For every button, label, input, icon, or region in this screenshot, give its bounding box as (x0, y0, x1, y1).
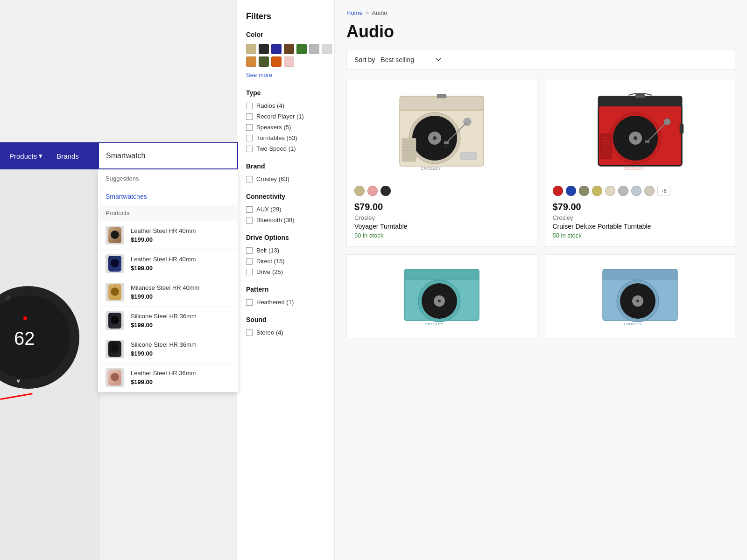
color-swatch-lightgray[interactable] (322, 44, 332, 54)
color-swatch-orange[interactable] (246, 56, 256, 67)
watch-red-indicator (23, 316, 27, 320)
filter-bluetooth[interactable]: Bluetooth (38) (246, 217, 325, 224)
filter-two-speed[interactable]: Two Speed (1) (246, 145, 325, 152)
search-container (98, 142, 238, 169)
product-thumb-5 (106, 340, 124, 358)
filter-direct[interactable]: Direct (15) (246, 258, 325, 265)
filter-aux-label: AUX (29) (256, 206, 281, 213)
svg-rect-13 (444, 141, 449, 144)
product-thumb-4 (106, 311, 124, 330)
color-swatch-olive[interactable] (259, 56, 269, 67)
list-item[interactable]: Leather Steel HR 40mm $199.00 (98, 221, 238, 250)
color-variant-lightblue[interactable] (631, 186, 641, 196)
color-swatch-black[interactable] (259, 44, 269, 54)
color-swatch-green[interactable] (296, 44, 307, 54)
color-variant-pink[interactable] (367, 186, 378, 196)
filter-radios[interactable]: Radios (4) (246, 102, 325, 109)
color-variant-olive[interactable] (579, 186, 589, 196)
checkbox-bluetooth[interactable] (246, 217, 253, 224)
product-name-voyager: Voyager Turntable (354, 223, 529, 230)
product-card-blue[interactable]: CROSLEY (545, 254, 736, 338)
checkbox-direct[interactable] (246, 258, 253, 265)
filter-crosley[interactable]: Crosley (63) (246, 175, 325, 182)
svg-rect-37 (645, 140, 649, 143)
filter-heathered[interactable]: Heathered (1) (246, 299, 325, 306)
sound-filter-title: Sound (246, 316, 325, 323)
filter-stereo[interactable]: Stereo (4) (246, 329, 325, 336)
color-swatch-brown[interactable] (284, 44, 294, 54)
color-plus-badge[interactable]: +8 (657, 186, 670, 196)
brand-filter-section: Brand Crosley (63) (246, 162, 325, 182)
nav-brands[interactable]: Brands (56, 152, 79, 160)
product-stock-voyager: 50 in stock (354, 232, 529, 239)
checkbox-speakers[interactable] (246, 124, 253, 131)
color-variant-red[interactable] (553, 186, 563, 196)
breadcrumb-home[interactable]: Home (346, 9, 363, 16)
filter-belt-label: Belt (13) (256, 247, 279, 254)
color-variant-black[interactable] (381, 186, 391, 196)
suggestion-smartwatches[interactable]: Smartwatches (98, 188, 238, 205)
color-variant-gold[interactable] (592, 186, 602, 196)
color-swatch-blue[interactable] (271, 44, 282, 54)
filter-record-player[interactable]: Record Player (1) (246, 113, 325, 120)
products-grid: CROSLEY $79.00 Crosley Voyager Turntable… (346, 79, 735, 338)
filter-drive[interactable]: Drive (25) (246, 268, 325, 275)
color-variant-silver[interactable] (618, 186, 628, 196)
svg-rect-15 (460, 152, 477, 160)
checkbox-stereo[interactable] (246, 329, 253, 336)
checkbox-drive[interactable] (246, 269, 253, 275)
list-item[interactable]: Milanese Steel HR 40mm $199.00 (98, 278, 238, 307)
checkbox-crosley[interactable] (246, 176, 253, 182)
product-thumb-3 (106, 283, 124, 301)
checkbox-heathered[interactable] (246, 299, 253, 306)
list-item[interactable]: Silicone Steel HR 36mm $199.00 (98, 335, 238, 364)
svg-point-10 (433, 136, 437, 140)
color-swatch-tan[interactable] (246, 44, 256, 54)
turntable-svg-blue: CROSLEY (600, 265, 680, 330)
product-name-2: Leather Steel HR 40mm (131, 256, 231, 264)
list-item[interactable]: Leather Steel HR 40mm $199.00 (98, 250, 238, 278)
filter-record-player-label: Record Player (1) (256, 113, 304, 120)
filter-speakers[interactable]: Speakers (5) (246, 124, 325, 131)
filter-stereo-label: Stereo (4) (256, 329, 283, 336)
color-variant-tan2[interactable] (644, 186, 655, 196)
product-card-cruiser[interactable]: CROSLEY +8 $79.00 Cros (545, 79, 736, 247)
turntable-svg-beige: CROSLEY (395, 91, 488, 175)
filter-aux[interactable]: AUX (29) (246, 206, 325, 213)
svg-text:CROSLEY: CROSLEY (425, 322, 444, 326)
sort-select[interactable]: Best selling Price: Low to High Price: H… (381, 56, 443, 63)
search-input[interactable] (106, 152, 230, 160)
color-variant-blue[interactable] (566, 186, 576, 196)
checkbox-two-speed[interactable] (246, 146, 253, 152)
svg-point-34 (634, 136, 637, 140)
list-item[interactable]: Leather Steel HR 36mm $199.00 (98, 364, 238, 392)
checkbox-radios[interactable] (246, 103, 253, 109)
product-card-teal[interactable]: CROSLEY (346, 254, 537, 338)
filter-turntables[interactable]: Turntables (53) (246, 134, 325, 141)
list-item[interactable]: Silicone Steel HR 36mm $199.00 (98, 307, 238, 335)
pattern-filter-section: Pattern Heathered (1) (246, 286, 325, 306)
checkbox-turntables[interactable] (246, 135, 253, 141)
color-swatch-gray[interactable] (309, 44, 319, 54)
see-more-link[interactable]: See more (246, 71, 272, 78)
product-price-1: $199.00 (131, 236, 231, 243)
color-filter-title: Color (246, 31, 325, 38)
checkbox-record-player[interactable] (246, 113, 253, 120)
color-variant-cream[interactable] (605, 186, 615, 196)
filter-belt[interactable]: Belt (13) (246, 247, 325, 254)
filter-turntables-label: Turntables (53) (256, 134, 297, 141)
checkbox-aux[interactable] (246, 206, 253, 213)
color-swatch-darkorange[interactable] (271, 56, 282, 67)
product-info-3: Milanese Steel HR 40mm $199.00 (131, 284, 231, 300)
color-variant-tan[interactable] (354, 186, 365, 196)
filters-title: Filters (246, 12, 325, 21)
color-swatch-pink[interactable] (284, 56, 294, 67)
checkbox-belt[interactable] (246, 247, 253, 254)
product-price-voyager: $79.00 (354, 202, 529, 212)
filters-sidebar: Filters Color See more Type (237, 0, 335, 560)
product-card-voyager[interactable]: CROSLEY $79.00 Crosley Voyager Turntable… (346, 79, 537, 247)
product-info-5: Silicone Steel HR 36mm $199.00 (131, 341, 231, 357)
nav-products[interactable]: Products ▾ (9, 152, 42, 160)
watch-background: 62 ♥ 10 (0, 169, 100, 560)
sound-filter-section: Sound Stereo (4) (246, 316, 325, 336)
